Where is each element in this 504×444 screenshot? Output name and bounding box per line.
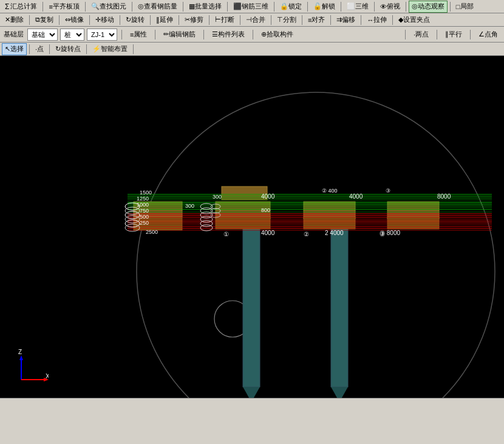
sigma-icon: Σ: [5, 2, 9, 11]
svg-text:4000: 4000: [261, 230, 275, 236]
btn-properties[interactable]: ≡ 属性: [127, 29, 150, 41]
btn-point-angle[interactable]: ∠ 点角: [475, 29, 501, 41]
svg-text:2500: 2500: [146, 229, 158, 235]
svg-text:4000: 4000: [261, 193, 275, 200]
sep7: [307, 2, 308, 12]
sep25: [121, 30, 122, 39]
btn-stretch[interactable]: ↔ 拉伸: [364, 14, 390, 26]
btn-merge[interactable]: ⊣ 合并: [243, 14, 268, 26]
svg-text:750: 750: [140, 208, 149, 214]
svg-text:250: 250: [140, 220, 149, 226]
btn-point[interactable]: · 点: [32, 43, 47, 55]
btn-parallel[interactable]: ∥ 平行: [442, 29, 465, 41]
btn-smart-place[interactable]: ⚡ 智能布置: [89, 43, 131, 55]
svg-text:③: ③: [380, 231, 385, 237]
svg-text:8000: 8000: [437, 193, 451, 200]
layer-select[interactable]: 基础: [27, 29, 58, 41]
btn-view-rebar[interactable]: ◎ 查看钢筋量: [135, 1, 180, 13]
layer-label: 基础层: [4, 30, 24, 39]
btn-break[interactable]: ⊢ 打断: [212, 14, 237, 26]
btn-mirror[interactable]: ⇔ 镜像: [62, 14, 87, 26]
btn-lock[interactable]: 🔒 锁定: [277, 1, 305, 13]
btn-component-list[interactable]: ☰ 构件列表: [209, 29, 248, 41]
btn-3d[interactable]: ⬜ 三维: [344, 1, 372, 13]
btn-local[interactable]: □ 局部: [453, 1, 477, 13]
sep33: [49, 44, 50, 54]
axis-indicator: Z X: [12, 349, 49, 386]
btn-trim[interactable]: ✂ 修剪: [182, 14, 206, 26]
svg-text:1250: 1250: [137, 196, 149, 202]
svg-text:X: X: [46, 373, 49, 380]
btn-edit-rebar[interactable]: ✏ 编辑钢筋: [160, 29, 199, 41]
sep3: [132, 2, 132, 12]
sep4: [183, 2, 183, 12]
status-bar: [0, 398, 504, 411]
svg-text:①: ①: [223, 231, 229, 237]
sep12: [29, 15, 30, 25]
btn-find-elem[interactable]: 🔍 查找图元: [88, 1, 129, 13]
svg-text:4000: 4000: [349, 193, 363, 200]
svg-text:1000: 1000: [137, 202, 149, 208]
toolbar-row-2: ✕ 删除 ⧉ 复制 ⇔ 镜像 ✛ 移动 ↻ 旋转 ‖ 延伸 ✂: [0, 13, 504, 27]
sep23: [361, 15, 361, 25]
svg-rect-3: [243, 211, 260, 387]
sep10: [406, 2, 406, 12]
svg-text:300: 300: [185, 203, 194, 209]
sep14: [89, 15, 90, 25]
type-select[interactable]: 桩: [60, 29, 84, 41]
sep21: [302, 15, 302, 25]
btn-pick-component[interactable]: ⊕ 拾取构件: [258, 29, 296, 41]
btn-select[interactable]: ↖ 选择: [2, 43, 27, 55]
sep20: [271, 15, 271, 25]
main-canvas[interactable]: 1500 1250 1000 750 500 250 2500 300 4000…: [0, 56, 504, 398]
sep28: [253, 30, 253, 39]
btn-batch-select[interactable]: ▦ 批量选择: [186, 1, 225, 13]
svg-text:500: 500: [140, 214, 149, 220]
svg-text:Rit: Rit: [172, 88, 183, 98]
svg-text:2 4000: 2 4000: [325, 230, 344, 236]
btn-move[interactable]: ✛ 移动: [92, 14, 117, 26]
sep32: [29, 44, 30, 54]
sep24: [392, 15, 393, 25]
svg-text:300: 300: [213, 194, 222, 200]
btn-copy[interactable]: ⧉ 复制: [32, 14, 56, 26]
sep6: [274, 2, 274, 12]
btn-total-calc[interactable]: Σ 汇总计算: [2, 1, 40, 13]
sep19: [240, 15, 240, 25]
btn-rebar-3d[interactable]: ⬛ 钢筋三维: [230, 1, 271, 13]
btn-split[interactable]: ⊤ 分割: [274, 14, 299, 26]
sep29: [405, 30, 406, 39]
svg-text:1500: 1500: [140, 190, 152, 196]
sep5: [227, 2, 228, 12]
btn-rotate[interactable]: ↻ 旋转: [123, 14, 148, 26]
toolbar-row-1: Σ 汇总计算 ≡ 平齐板顶 🔍 查找图元 ◎ 查看钢筋量 ▦ 批量选择 ⬛ 钢筋…: [0, 0, 504, 13]
sep17: [179, 15, 179, 25]
btn-offset[interactable]: ⇉ 偏移: [333, 14, 358, 26]
svg-text:Z: Z: [18, 349, 22, 355]
sep16: [150, 15, 151, 25]
btn-align[interactable]: ≡ 对齐: [305, 14, 328, 26]
sep8: [341, 2, 341, 12]
btn-rotate-point[interactable]: ↻ 旋转点: [52, 43, 84, 55]
btn-delete[interactable]: ✕ 删除: [2, 14, 27, 26]
btn-top-view[interactable]: 👁 俯视: [377, 1, 403, 13]
sep13: [59, 15, 60, 25]
svg-text:③: ③: [386, 188, 390, 194]
sep15: [120, 15, 120, 25]
btn-dynamic-view[interactable]: ◎ 动态观察: [409, 1, 448, 13]
sep2: [85, 2, 86, 12]
sep22: [330, 15, 331, 25]
btn-flat-top[interactable]: ≡ 平齐板顶: [46, 1, 82, 13]
svg-rect-5: [331, 211, 348, 387]
sep30: [437, 30, 437, 39]
toolbar-row-3: 基础层 基础 桩 ZJ-1 ≡ 属性 ✏ 编辑钢筋 ☰ 构件列表 ⊕ 拾取构件: [0, 27, 504, 43]
name-select[interactable]: ZJ-1: [87, 29, 117, 41]
svg-marker-74: [19, 355, 23, 360]
btn-extend[interactable]: ‖ 延伸: [153, 14, 176, 26]
sep1: [43, 2, 43, 12]
btn-set-grip[interactable]: ◆ 设置夹点: [395, 14, 433, 26]
sep35: [133, 44, 134, 54]
btn-unlock[interactable]: 🔓 解锁: [310, 1, 338, 13]
sep27: [203, 30, 204, 39]
btn-two-point[interactable]: · 两点: [410, 29, 432, 41]
